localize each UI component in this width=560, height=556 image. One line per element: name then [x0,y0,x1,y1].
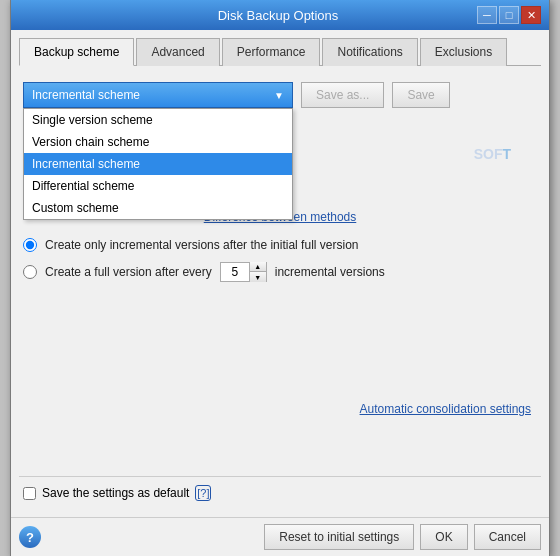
dropdown-item-single[interactable]: Single version scheme [24,109,292,131]
spinner-buttons: ▲ ▼ [249,262,266,282]
dropdown-item-incremental[interactable]: Incremental scheme [24,153,292,175]
save-as-button[interactable]: Save as... [301,82,384,108]
auto-consolidation-link[interactable]: Automatic consolidation settings [360,402,531,416]
footer-left: ? [19,526,41,548]
tab-content-area: Incremental scheme ▼ Single version sche… [19,76,541,476]
window-title: Disk Backup Options [79,8,477,23]
spinner-down-button[interactable]: ▼ [250,272,266,282]
help-icon[interactable]: ? [19,526,41,548]
scheme-dropdown-container: Incremental scheme ▼ Single version sche… [23,82,293,108]
dropdown-selected-text: Incremental scheme [32,88,140,102]
save-default-section: Save the settings as default [?] [19,476,541,509]
dropdown-arrow-icon: ▼ [274,90,284,101]
title-bar-controls: ─ □ ✕ [477,6,541,24]
radio-full-version-label: Create a full version after every [45,265,212,279]
tab-bar: Backup scheme Advanced Performance Notif… [19,38,541,66]
watermark: SOFT [474,146,511,162]
save-button[interactable]: Save [392,82,449,108]
main-window: Disk Backup Options ─ □ ✕ Backup scheme … [10,0,550,556]
tab-exclusions[interactable]: Exclusions [420,38,507,66]
window-content: Backup scheme Advanced Performance Notif… [11,30,549,517]
version-count-spinner: ▲ ▼ [220,262,267,282]
ok-button[interactable]: OK [420,524,467,550]
footer: ? Reset to initial settings OK Cancel [11,517,549,556]
save-default-label: Save the settings as default [42,486,189,500]
scheme-dropdown[interactable]: Incremental scheme ▼ [23,82,293,108]
tab-backup-scheme[interactable]: Backup scheme [19,38,134,66]
dropdown-item-differential[interactable]: Differential scheme [24,175,292,197]
radio-row-2: Create a full version after every ▲ ▼ in… [23,262,537,282]
radio-incremental-only[interactable] [23,238,37,252]
reset-button[interactable]: Reset to initial settings [264,524,414,550]
close-button[interactable]: ✕ [521,6,541,24]
help-badge[interactable]: [?] [195,485,211,501]
spinner-up-button[interactable]: ▲ [250,262,266,272]
cancel-button[interactable]: Cancel [474,524,541,550]
title-bar: Disk Backup Options ─ □ ✕ [11,0,549,30]
save-default-row: Save the settings as default [?] [23,485,211,501]
radio-group: Create only incremental versions after t… [23,238,537,282]
radio-incremental-only-label: Create only incremental versions after t… [45,238,358,252]
tab-performance[interactable]: Performance [222,38,321,66]
save-default-checkbox[interactable] [23,487,36,500]
minimize-button[interactable]: ─ [477,6,497,24]
radio-full-version[interactable] [23,265,37,279]
dropdown-list: Single version scheme Version chain sche… [23,108,293,220]
version-count-input[interactable] [221,265,249,279]
dropdown-item-custom[interactable]: Custom scheme [24,197,292,219]
footer-right: Reset to initial settings OK Cancel [264,524,541,550]
dropdown-row: Incremental scheme ▼ Single version sche… [23,82,537,108]
radio-incremental-suffix-label: incremental versions [275,265,385,279]
restore-button[interactable]: □ [499,6,519,24]
dropdown-item-version-chain[interactable]: Version chain scheme [24,131,292,153]
radio-row-1: Create only incremental versions after t… [23,238,537,252]
tab-notifications[interactable]: Notifications [322,38,417,66]
tab-advanced[interactable]: Advanced [136,38,219,66]
